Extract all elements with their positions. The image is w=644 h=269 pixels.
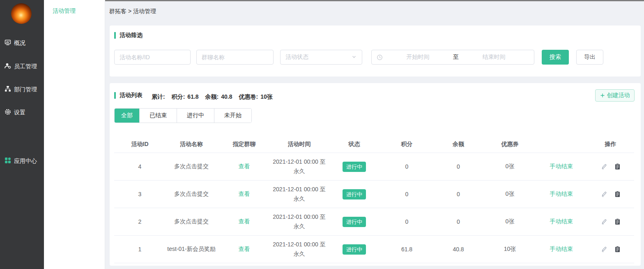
cell-balance: 40.8 — [432, 246, 484, 253]
points-value: 61.8 — [187, 93, 198, 100]
section-accent-bar — [114, 92, 116, 99]
main-content: 群拓客 > 活动管理 活动筛选 活动状态 — [105, 0, 644, 269]
cell-balance: 0 — [432, 163, 484, 170]
tab-ended[interactable]: 已结束 — [139, 109, 177, 123]
edit-icon[interactable] — [601, 191, 607, 197]
manual-end-link[interactable]: 手动结束 — [536, 246, 587, 253]
search-button[interactable]: 搜索 — [542, 50, 569, 65]
cell-actions — [587, 191, 634, 197]
view-group-link[interactable]: 查看 — [217, 190, 271, 198]
table-row: 1 test-01-新会员奖励 查看 2021-12-01 00:00 至 永久… — [114, 236, 634, 263]
cell-points: 0 — [381, 191, 432, 197]
list-header: 活动列表 累计: 积分: 61.8 余额: 40.8 优惠卷: 10张 — [114, 92, 634, 101]
activity-name-input[interactable] — [114, 50, 191, 65]
cell-balance: 0 — [432, 191, 484, 197]
col-header-balance: 余额 — [432, 141, 484, 148]
cell-activity-time: 2021-12-01 00:00 至 永久 — [271, 240, 327, 259]
cell-activity-name: test-01-新会员奖励 — [166, 244, 217, 254]
filter-section-title: 活动筛选 — [114, 32, 634, 39]
clipboard-icon[interactable] — [614, 191, 621, 197]
employee-icon — [5, 63, 11, 70]
cell-coupons: 0张 — [484, 190, 536, 198]
section-accent-bar — [114, 32, 116, 39]
table-row: 3 多次点击提交 查看 2021-12-01 00:00 至 永久 进行中 0 … — [114, 181, 634, 208]
app-root: 概况 员工管理 部门管理 设置 应用中心 — [0, 0, 644, 269]
filter-title-label: 活动筛选 — [120, 32, 143, 39]
col-header-group: 指定群聊 — [217, 141, 271, 148]
export-button[interactable]: 导出 — [576, 50, 603, 65]
list-section-title: 活动列表 — [114, 92, 143, 99]
cell-actions — [587, 218, 634, 225]
col-header-id: 活动ID — [114, 141, 166, 148]
tab-all[interactable]: 全部 — [115, 109, 139, 123]
department-icon — [5, 86, 11, 93]
col-header-points: 积分 — [381, 141, 432, 148]
edit-icon[interactable] — [601, 218, 607, 225]
cell-status: 进行中 — [327, 217, 381, 227]
cell-points: 0 — [381, 163, 432, 170]
coupon-value: 10张 — [260, 93, 273, 101]
view-group-link[interactable]: 查看 — [217, 218, 271, 225]
cell-activity-id: 3 — [114, 191, 166, 197]
cell-activity-time: 2021-12-01 00:00 至 永久 — [271, 185, 327, 204]
sidebar-item-activity-management[interactable]: 活动管理 — [53, 7, 76, 15]
edit-icon[interactable] — [601, 163, 607, 170]
cell-balance: 0 — [432, 218, 484, 225]
cell-activity-time: 2021-12-01 00:00 至 永久 — [271, 212, 327, 231]
cell-activity-id: 2 — [114, 218, 166, 225]
date-range-picker[interactable]: 开始时间 至 结束时间 — [371, 50, 534, 65]
cell-coupons: 0张 — [484, 163, 536, 170]
chevron-down-icon — [351, 54, 357, 61]
sidebar-item-overview[interactable]: 概况 — [5, 39, 25, 47]
group-name-input[interactable] — [196, 50, 274, 65]
cell-actions — [587, 246, 634, 253]
manual-end-link[interactable]: 手动结束 — [536, 218, 587, 225]
cell-points: 61.8 — [381, 246, 432, 253]
activity-list-panel: 活动列表 累计: 积分: 61.8 余额: 40.8 优惠卷: 10张 创建活动 — [110, 83, 641, 266]
table-header-row: 活动ID 活动名称 指定群聊 活动时间 状态 积分 余额 优惠券 操作 — [114, 136, 634, 153]
filter-row: 活动状态 开始时间 至 结束时间 搜索 导出 — [114, 50, 634, 65]
settings-icon — [5, 109, 11, 116]
view-group-link[interactable]: 查看 — [217, 246, 271, 253]
activity-table: 活动ID 活动名称 指定群聊 活动时间 状态 积分 余额 优惠券 操作 4 多次… — [114, 136, 634, 263]
create-activity-button[interactable]: 创建活动 — [595, 89, 635, 102]
view-group-link[interactable]: 查看 — [217, 163, 271, 170]
tab-not-started[interactable]: 未开始 — [214, 109, 251, 123]
manual-end-link[interactable]: 手动结束 — [536, 190, 587, 198]
sidebar-item-settings[interactable]: 设置 — [5, 109, 25, 116]
manual-end-link[interactable]: 手动结束 — [536, 163, 587, 170]
clipboard-icon[interactable] — [614, 163, 621, 170]
totals-summary: 累计: 积分: 61.8 余额: 40.8 优惠卷: 10张 — [152, 93, 279, 101]
edit-icon[interactable] — [601, 246, 607, 253]
date-range-separator: 至 — [453, 53, 459, 61]
summary-label: 累计: — [152, 93, 165, 101]
filter-panel: 活动筛选 活动状态 开始时间 至 结束时间 — [110, 26, 641, 77]
clipboard-icon[interactable] — [614, 246, 621, 253]
cell-actions — [587, 163, 634, 170]
cell-activity-name: 多次点击提交 — [166, 189, 217, 199]
cell-activity-name: 多次点击提交 — [166, 162, 217, 171]
sidebar-item-employees[interactable]: 员工管理 — [5, 63, 37, 70]
col-header-status: 状态 — [327, 141, 381, 148]
status-badge: 进行中 — [343, 244, 366, 255]
balance-label: 余额: — [205, 93, 219, 101]
status-tabs: 全部 已结束 进行中 未开始 — [114, 108, 252, 123]
select-placeholder: 活动状态 — [285, 53, 308, 61]
end-time-placeholder: 结束时间 — [459, 53, 529, 61]
cell-coupons: 0张 — [484, 218, 536, 225]
sidebar-item-label: 概况 — [14, 39, 25, 47]
activity-status-select[interactable]: 活动状态 — [280, 50, 362, 65]
overview-icon — [5, 39, 11, 47]
secondary-sidebar: 活动管理 — [44, 0, 105, 269]
sidebar-item-app-center[interactable]: 应用中心 — [5, 157, 37, 165]
cell-activity-name: 多次点击提交 — [166, 217, 217, 226]
cell-points: 0 — [381, 218, 432, 225]
create-activity-label: 创建活动 — [607, 92, 630, 99]
sidebar-item-departments[interactable]: 部门管理 — [5, 86, 37, 93]
clipboard-icon[interactable] — [614, 218, 621, 225]
sidebar-item-label: 应用中心 — [14, 158, 37, 165]
cell-coupons: 10张 — [484, 246, 536, 253]
col-header-actions: 操作 — [587, 141, 634, 148]
list-title-label: 活动列表 — [120, 92, 143, 99]
tab-in-progress[interactable]: 进行中 — [177, 109, 214, 123]
